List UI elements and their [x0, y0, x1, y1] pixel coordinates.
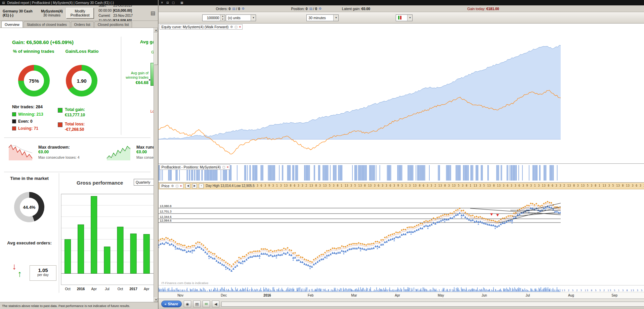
max-drawdown-label: Max drawdown: [38, 145, 100, 150]
close-icon[interactable]: × [180, 184, 182, 188]
tab-orders-list[interactable]: Orders list [71, 21, 94, 28]
spin-down-icon[interactable]: ▼ [220, 18, 225, 21]
chart-type-select[interactable]: ▼ [396, 14, 413, 21]
position-list-icon[interactable]: ▤ [309, 7, 312, 10]
current-label: Current: [98, 13, 113, 18]
gross-performance-chart[interactable]: 02004006008001,0001,2001,400Oct2016AprJu… [60, 192, 158, 293]
window-icon[interactable]: ▢ [175, 184, 178, 188]
scrollbar-thumb[interactable] [154, 33, 158, 65]
minimize-icon[interactable]: ⊟ [166, 1, 169, 4]
price-chart[interactable] [159, 189, 561, 285]
report-scrollbar[interactable]: ▲ ▼ [154, 28, 158, 302]
svg-text:Apr: Apr [144, 287, 149, 291]
quantity-spinner[interactable]: ▲▼ [202, 14, 225, 21]
news-icon[interactable]: ▤ [193, 301, 201, 307]
gain-loss-ratio-donut: 1.90 [66, 65, 97, 96]
equity-curve-pane[interactable]: Equity curve: MySystem(4) (Walk Forward)… [159, 24, 644, 164]
quantity-input[interactable] [203, 15, 220, 21]
scroll-down-icon[interactable]: ▼ [154, 298, 158, 302]
orders-settings-icon[interactable]: ⚙ [242, 7, 245, 10]
trade-breakdown-item: Winning: 213 [12, 112, 43, 117]
volume-strip[interactable]: 5 2 3 13 8 5 3 2 13 5 1 3 8 13 3 5 2 3 1… [159, 285, 644, 292]
volume-numbers-strip: 5 2 3 13 8 5 3 2 13 5 1 3 8 13 3 5 2 3 1… [159, 289, 644, 292]
timeframe-select[interactable]: 30 minutes ▼ [306, 14, 339, 21]
scroll-left-icon[interactable]: ◀ [212, 301, 219, 307]
positions-pane-label[interactable]: ProBacktest - Positions: MySystem(4) ▢ × [160, 164, 230, 170]
max-runup-value: €0.00 [136, 150, 147, 154]
modify-probacktest-button[interactable]: Modify ProBacktest [66, 8, 94, 18]
overview-tab-content: Gain: €6,508.60 (+65.09%) % of winning t… [0, 28, 158, 302]
svg-text:Oct: Oct [118, 287, 123, 291]
equity-curve-chart[interactable] [159, 24, 561, 164]
price-pane-label[interactable]: Price ⚙ ▢ × [160, 183, 183, 189]
position-settings-icon[interactable]: ⚙ [319, 7, 322, 10]
scroll-up-icon[interactable]: ▲ [154, 28, 158, 32]
gain-summary: Gain: €6,508.60 (+65.09%) [12, 39, 74, 45]
report-footer: The statistics above relate to past data… [0, 302, 158, 309]
legend-label: Even: 0 [18, 119, 33, 124]
instrument-name: Germany 30 Cash (€1) (-) [3, 9, 38, 17]
account-icon[interactable]: ◉ [184, 301, 191, 307]
system-name: MySystem(4) [41, 9, 63, 13]
email-icon[interactable]: ✉ [203, 301, 210, 307]
start-label: Start: [98, 3, 113, 8]
chart-scrollbar[interactable] [221, 302, 644, 307]
position-label: Position: [291, 7, 304, 11]
wrench-icon[interactable]: ⚙ [230, 25, 233, 29]
svg-text:2017: 2017 [129, 287, 137, 291]
share-button[interactable]: « Share [161, 301, 182, 307]
time-in-market-value: 44.4% [23, 205, 36, 210]
legend-color-swatch [58, 108, 62, 113]
close-icon[interactable]: × [227, 165, 228, 169]
chevron-down-icon: ▼ [333, 15, 338, 21]
time-axis[interactable]: NovDec2016FebMarAprMayJunJulAugSepOctNov… [159, 292, 644, 299]
runup-sparkline [106, 143, 132, 161]
equity-pane-label[interactable]: Equity curve: MySystem(4) (Walk Forward)… [160, 24, 243, 30]
report-titlebar-text: Detailed report | ProBacktest | MySystem… [7, 1, 114, 5]
scroll-right-icon[interactable]: ▶ [192, 184, 197, 188]
legend-color-swatch [12, 112, 16, 116]
system-timeframe: 30 minutes [43, 13, 60, 17]
section-divider-vertical [121, 37, 121, 135]
chart-area: Equity curve: MySystem(4) (Walk Forward)… [159, 24, 644, 299]
position-count: 0 [306, 7, 308, 11]
chart-titlebar[interactable]: ✕ ⊟ ▢ ▦ ◄ DAX i 12,980.6 (+0.03%) 11:07:… [159, 0, 644, 5]
start-capital: [€10,000.00] [113, 9, 132, 12]
avg-win-label: Avg gain of winning trades [122, 71, 148, 80]
latent-gain-value: €0.00 [361, 7, 370, 11]
tab-closed-positions-list[interactable]: Closed positions list [94, 21, 132, 28]
chart-bottombar: « Share ◉ ▤ ✉ ◀ + ▭ − + [159, 299, 644, 309]
time-axis-label: Jul [506, 292, 549, 299]
worst-trade-label: Loss of worst trade [125, 109, 158, 114]
units-select[interactable]: (x) units ▼ [226, 14, 256, 21]
maximize-icon[interactable]: ▢ [172, 1, 175, 4]
grid-icon[interactable]: ▦ [180, 1, 183, 4]
period-ruler-strip[interactable]: Price ⚙ ▢ × ◀ ▶ + Day High 13,014.4 Low … [159, 183, 644, 189]
section-divider-1 [4, 138, 151, 138]
avg-orders-box: 1.05 per day [30, 265, 56, 281]
orders-list-icon[interactable]: ▤ [232, 7, 235, 10]
scroll-left-icon[interactable]: ◀ [185, 184, 190, 188]
best-trade-label: Gain of best trade [125, 50, 158, 54]
price-pane[interactable]: 13,080.812,701.312,344.612,084.6 IT-Fina… [159, 189, 644, 285]
tab-statistics-of-closed-trades[interactable]: Statistics of closed trades [24, 21, 70, 28]
positions-pane-title: ProBacktest - Positions: MySystem(4) [161, 165, 220, 169]
trade-breakdown-item: Even: 0 [12, 119, 43, 124]
orders-label: Orders: [216, 7, 227, 11]
section-divider-2 [4, 172, 151, 172]
close-icon[interactable]: ✕ [161, 1, 163, 4]
positions-pane[interactable]: ProBacktest - Positions: MySystem(4) ▢ × [159, 164, 644, 183]
section-divider-vertical-2 [59, 173, 59, 293]
window-icon[interactable]: ▢ [234, 25, 238, 29]
add-indicator-icon[interactable]: + [199, 184, 204, 188]
spin-up-icon[interactable]: ▲ [220, 15, 225, 18]
tab-overview[interactable]: Overview [1, 21, 23, 28]
close-icon[interactable]: × [239, 25, 241, 29]
svg-text:Jul: Jul [105, 287, 109, 291]
legend-color-swatch [12, 126, 16, 130]
time-axis-label: May [419, 292, 463, 299]
print-icon[interactable]: ▤ [151, 10, 155, 16]
window-icon[interactable]: ▢ [222, 165, 225, 169]
gain-today-label: Gain today: [467, 7, 485, 11]
wrench-icon[interactable]: ⚙ [171, 184, 174, 188]
